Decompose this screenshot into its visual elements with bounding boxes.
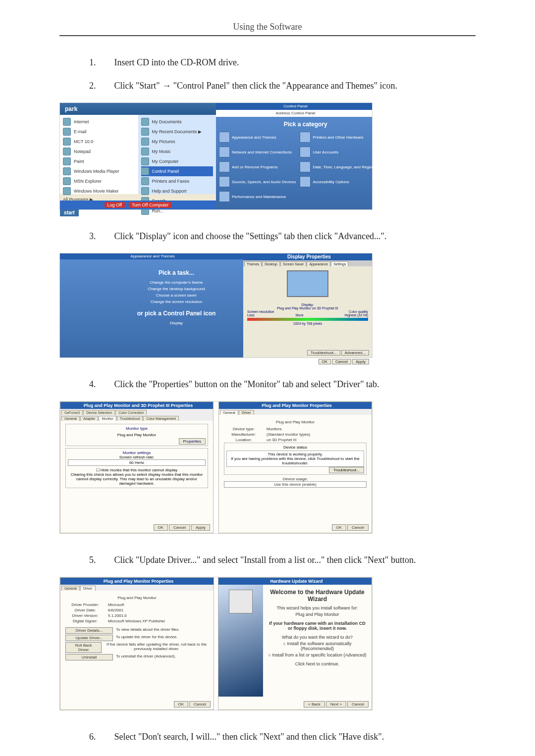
- tab-driver[interactable]: Driver: [80, 586, 96, 591]
- start-item-wmp[interactable]: Windows Media Player: [63, 166, 135, 176]
- troubleshoot-button[interactable]: Troubleshoot...: [329, 467, 364, 473]
- start-item-mycomputer[interactable]: My Computer: [141, 156, 214, 166]
- color-value[interactable]: Highest (32 bit): [345, 313, 368, 317]
- tab-general[interactable]: General: [61, 416, 80, 421]
- cancel-button[interactable]: Cancel: [347, 524, 369, 531]
- turnoff-button[interactable]: Turn Off Computer: [129, 202, 172, 208]
- ok-button[interactable]: OK: [174, 701, 189, 707]
- driver-details-button[interactable]: Driver Details...: [65, 627, 113, 634]
- uninstall-button[interactable]: Uninstall: [65, 654, 113, 660]
- start-item-msn[interactable]: MSN Explorer: [63, 176, 135, 186]
- step-4: 4. Click the "Properties" button on the …: [89, 378, 476, 391]
- tab-driver[interactable]: Driver: [239, 410, 254, 415]
- apply-button[interactable]: Apply: [352, 359, 369, 364]
- cat-printers[interactable]: Printers and Other Hardware: [300, 132, 392, 143]
- cancel-button[interactable]: Cancel: [169, 524, 190, 531]
- start-item-controlpanel[interactable]: Control Panel: [141, 166, 214, 176]
- start-item-recent[interactable]: My Recent Documents ▶: [141, 127, 214, 137]
- ok-button[interactable]: OK: [154, 524, 168, 531]
- help-icon: [141, 187, 149, 195]
- cat-users[interactable]: User Accounts: [300, 147, 392, 157]
- hide-modes-checkbox[interactable]: ☐ Hide modes that this monitor cannot di…: [68, 468, 206, 472]
- control-panel-window: Control Panel Address Control Panel Pick…: [216, 103, 372, 209]
- radio-list[interactable]: Install from a list or specific location…: [267, 653, 368, 657]
- driver-tab-dialog: Plug and Play Monitor Properties General…: [60, 577, 214, 710]
- tab-general[interactable]: General: [220, 410, 238, 415]
- step-1-num: 1.: [89, 56, 112, 69]
- properties-button[interactable]: Properties: [179, 438, 206, 445]
- icon-display[interactable]: Display: [109, 320, 243, 326]
- address-bar[interactable]: Address Control Panel: [216, 110, 372, 117]
- cancel-button[interactable]: Cancel: [332, 359, 351, 364]
- digital-signer-v: Microsoft Windows XP Publisher: [108, 619, 165, 623]
- start-item-mymusic[interactable]: My Music: [141, 147, 214, 156]
- location-l: Location:: [224, 438, 264, 442]
- mail-icon: [63, 128, 71, 136]
- start-item-mct[interactable]: MCT 10.0: [63, 137, 135, 147]
- cat-accessibility[interactable]: Accessibility Options: [300, 176, 392, 187]
- tab-monitor[interactable]: Monitor: [99, 416, 116, 421]
- cancel-button[interactable]: Cancel: [347, 701, 369, 707]
- figure-start-controlpanel: park Internet E-mail MCT 10.0 Notepad Pa…: [59, 102, 373, 210]
- step-3-num: 3.: [89, 230, 112, 243]
- start-item-paint[interactable]: Paint: [63, 156, 135, 166]
- tab-geforce3[interactable]: GeForce3: [61, 410, 83, 415]
- manufacturer-v: (Standard monitor types): [267, 432, 310, 437]
- tab-troubleshoot[interactable]: Troubleshoot: [117, 416, 143, 421]
- next-button[interactable]: Next >: [326, 701, 346, 707]
- cat-datetime[interactable]: Date, Time, Language, and Regional Optio…: [300, 161, 392, 172]
- start-button[interactable]: start: [60, 209, 79, 216]
- start-item-notepad[interactable]: Notepad: [63, 147, 135, 156]
- cat-performance[interactable]: Performance and Maintenance: [219, 191, 296, 202]
- radio-auto[interactable]: Install the software automatically (Reco…: [267, 641, 368, 651]
- tab-screensaver[interactable]: Screen Saver: [280, 261, 306, 266]
- page-title: Using the Software: [59, 22, 476, 35]
- tab-themes[interactable]: Themes: [244, 261, 262, 266]
- ok-button[interactable]: OK: [319, 359, 331, 364]
- start-item-email[interactable]: E-mail: [63, 127, 135, 137]
- back-button[interactable]: < Back: [304, 701, 325, 707]
- start-item-moviemaker[interactable]: Windows Movie Maker: [63, 186, 135, 196]
- tab-settings[interactable]: Settings: [331, 261, 348, 266]
- task-desktop[interactable]: Change the desktop background: [109, 286, 243, 292]
- rollback-driver-button[interactable]: Roll Back Driver: [65, 642, 102, 653]
- display-tabs: Themes Desktop Screen Saver Appearance S…: [243, 260, 372, 266]
- tab-color-correction[interactable]: Color Correction: [115, 410, 147, 415]
- start-item-mydocuments[interactable]: My Documents: [141, 117, 214, 127]
- tab-color-management[interactable]: Color Management: [143, 416, 179, 421]
- tab-general[interactable]: General: [61, 586, 80, 591]
- update-driver-button[interactable]: Update Driver...: [65, 635, 113, 641]
- start-left-column: Internet E-mail MCT 10.0 Notepad Paint W…: [60, 115, 138, 194]
- sounds-icon: [219, 176, 230, 187]
- wizard-intro: This wizard helps you install software f…: [267, 605, 368, 610]
- ok-button[interactable]: OK: [332, 524, 347, 531]
- task-theme[interactable]: Change the computer's theme: [109, 279, 243, 286]
- logoff-button[interactable]: Log Off: [105, 202, 125, 208]
- cat-sounds[interactable]: Sounds, Speech, and Audio Devices: [219, 176, 296, 187]
- start-item-mypictures[interactable]: My Pictures: [141, 137, 214, 147]
- refresh-rate-select[interactable]: 60 Hertz: [68, 459, 206, 466]
- cat-network[interactable]: Network and Internet Connections: [219, 147, 296, 157]
- device-usage-select[interactable]: Use this device (enable): [224, 481, 367, 488]
- apply-button[interactable]: Apply: [191, 524, 210, 531]
- start-item-help[interactable]: Help and Support: [141, 186, 214, 196]
- cat-appearance[interactable]: Appearance and Themes: [219, 132, 296, 143]
- step-1: 1. Insert CD into the CD-ROM drive.: [89, 56, 476, 69]
- advanced-button[interactable]: Advanced...: [341, 350, 369, 355]
- driver-dialog-title: Plug and Play Monitor Properties: [60, 578, 214, 585]
- task-screensaver[interactable]: Choose a screen saver: [109, 292, 243, 299]
- cat-addremove[interactable]: Add or Remove Programs: [219, 161, 296, 172]
- tab-desktop[interactable]: Desktop: [262, 261, 280, 266]
- tab-adapter[interactable]: Adapter: [80, 416, 99, 421]
- start-item-internet[interactable]: Internet: [63, 117, 135, 127]
- start-item-printers[interactable]: Printers and Faxes: [141, 176, 214, 186]
- movie-icon: [63, 187, 71, 195]
- appearance-title: Appearance and Themes: [60, 253, 243, 259]
- monitor-preview: [243, 266, 372, 301]
- step-1-text: Insert CD into the CD-ROM drive.: [114, 57, 239, 67]
- tab-appearance[interactable]: Appearance: [307, 261, 330, 266]
- cancel-button[interactable]: Cancel: [189, 701, 211, 707]
- tab-device-selection[interactable]: Device Selection: [83, 410, 115, 415]
- troubleshoot-button[interactable]: Troubleshoot...: [307, 350, 340, 355]
- task-resolution[interactable]: Change the screen resolution: [109, 299, 243, 305]
